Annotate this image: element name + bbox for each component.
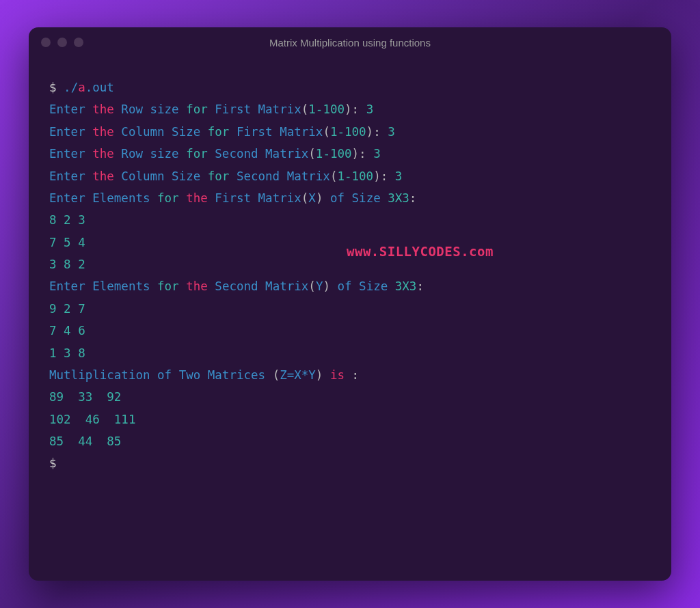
command-line: $ ./a.out xyxy=(49,77,651,98)
prompt-line: $ xyxy=(49,452,651,474)
output-line: Enter the Column Size for Second Matrix(… xyxy=(49,165,651,187)
matrix-row: 1 3 8 xyxy=(49,342,651,364)
output-line: Enter the Row size for First Matrix(1-10… xyxy=(49,98,651,120)
window-title: Matrix Multiplication using functions xyxy=(29,37,671,49)
output-line: Enter Elements for the First Matrix(X) o… xyxy=(49,187,651,209)
minimize-icon[interactable] xyxy=(57,38,67,47)
output-line: Enter Elements for the Second Matrix(Y) … xyxy=(49,275,651,297)
output-line: Enter the Column Size for First Matrix(1… xyxy=(49,121,651,143)
traffic-lights xyxy=(41,38,83,47)
matrix-row: 7 4 6 xyxy=(49,320,651,342)
matrix-row: 8 2 3 xyxy=(49,209,651,231)
output-line: Mutliplication of Two Matrices (Z=X*Y) i… xyxy=(49,364,651,386)
watermark-text: www.SILLYCODES.com xyxy=(347,240,494,264)
close-icon[interactable] xyxy=(41,38,51,47)
terminal-window: Matrix Multiplication using functions $ … xyxy=(29,27,671,581)
prompt-symbol: $ xyxy=(49,456,64,470)
output-line: Enter the Row size for Second Matrix(1-1… xyxy=(49,143,651,165)
matrix-row: 9 2 7 xyxy=(49,298,651,320)
result-row: 102 46 111 xyxy=(49,409,651,430)
maximize-icon[interactable] xyxy=(74,38,83,47)
result-row: 89 33 92 xyxy=(49,386,651,408)
prompt-symbol: $ xyxy=(49,81,64,94)
result-row: 85 44 85 xyxy=(49,430,651,452)
terminal-body[interactable]: $ ./a.out Enter the Row size for First M… xyxy=(29,57,671,581)
title-bar: Matrix Multiplication using functions xyxy=(29,27,671,57)
